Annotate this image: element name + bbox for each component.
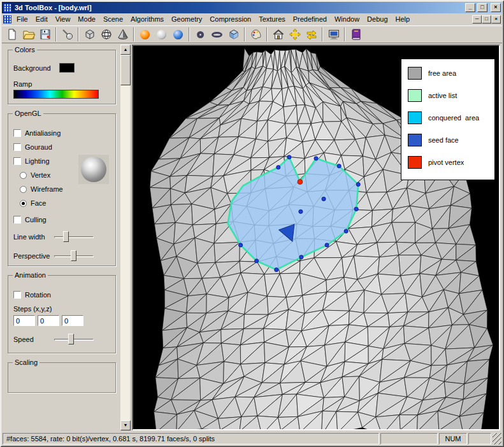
antialiasing-checkbox[interactable]: Antialiasing [13,129,110,137]
mdi-minimize-button[interactable]: ─ [472,15,482,24]
checkbox-box-icon [13,129,21,137]
menu-item-predefined[interactable]: Predefined [289,14,331,25]
status-info: #faces: 5584, rate: 0 bit(s)/vertex, 0.6… [3,433,379,444]
legend-item: conquered area [408,111,488,124]
vertex-label: Vertex [31,171,50,179]
home-button[interactable] [270,27,286,42]
legend-item: seed face [408,134,488,146]
resize-grip[interactable] [493,433,501,444]
scroll-down-icon[interactable]: ▼ [120,420,131,430]
shaded-sphere-icon [81,157,106,182]
legend-item: free area [408,67,488,80]
menu-item-help[interactable]: Help [392,14,414,25]
probe-icon [61,28,74,41]
sphere-gray-icon [157,30,166,39]
save-button[interactable] [37,27,53,42]
speed-slider[interactable] [54,334,94,345]
viewport-3d[interactable]: free area active list conquered area see… [132,45,500,430]
slider-thumb[interactable] [63,231,69,242]
culling-label: Culling [25,216,47,223]
slider-track [54,236,94,238]
menu-item-scene[interactable]: Scene [99,14,127,25]
title-bar[interactable]: 3d ToolBox - [body.wrl] _ □ × [2,2,502,13]
free-area-swatch [408,67,422,80]
culling-checkbox[interactable]: Culling [13,216,110,223]
wireframe-label: Wireframe [31,185,63,193]
menu-item-geometry[interactable]: Geometry [168,14,206,25]
perspective-slider[interactable] [54,250,94,262]
materials-button[interactable] [248,27,264,42]
colors-group: Colors Background Ramp [8,50,116,104]
swap-button[interactable] [303,27,319,42]
toolbar [2,25,502,43]
menu-item-debug[interactable]: Debug [363,14,391,25]
scrollbar-thumb[interactable] [120,55,131,85]
menu-item-textures[interactable]: Textures [255,14,289,25]
save-icon [39,28,52,41]
speed-label: Speed [13,336,54,343]
status-bar: #faces: 5584, rate: 0 bit(s)/vertex, 0.6… [2,432,502,445]
menu-item-mode[interactable]: Mode [74,14,99,25]
minimize-button[interactable]: _ [465,3,475,12]
materials-icon [250,28,263,41]
menu-item-algorithms[interactable]: Algorithms [127,14,168,25]
menu-item-compression[interactable]: Compression [206,14,255,25]
document-icon[interactable] [3,15,11,24]
pivot-vertex-swatch [408,156,422,169]
ramp-label: Ramp [13,80,110,88]
new-button[interactable] [4,27,20,42]
face-radio[interactable]: Face [20,199,110,207]
book-button[interactable] [348,27,364,42]
seed-face-swatch [408,134,422,146]
sphere-gray-button[interactable] [154,27,169,42]
menu-item-window[interactable]: Window [331,14,363,25]
torus-front-button[interactable] [192,27,208,42]
toolbar-separator [55,27,57,41]
toolbar-separator [344,27,345,41]
toolbar-separator [78,27,79,41]
screen-button[interactable] [326,27,342,42]
mdi-close-button[interactable]: × [491,15,501,24]
scaling-group-title: Scaling [13,358,40,366]
rotation-checkbox[interactable]: Rotation [13,291,110,299]
toolbar-separator [189,27,190,41]
cone-button[interactable] [115,27,131,42]
cone-icon [117,28,129,41]
gouraud-checkbox[interactable]: Gouraud [13,143,110,151]
open-icon [22,28,35,41]
sphere-orange-button[interactable] [137,27,153,42]
screen-icon [328,28,340,41]
steps-y-input[interactable] [38,315,59,326]
maximize-button[interactable]: □ [477,3,487,12]
probe-button[interactable] [59,27,75,42]
close-button[interactable]: × [491,3,501,12]
scroll-up-icon[interactable]: ▲ [120,45,131,55]
line-width-slider[interactable] [54,231,94,243]
steps-x-input[interactable] [13,315,35,326]
sphere-blue-button[interactable] [170,27,186,42]
open-button[interactable] [20,27,36,42]
menu-item-view[interactable]: View [52,14,75,25]
app-window: 3d ToolBox - [body.wrl] _ □ × FileEditVi… [0,0,504,447]
wireframe-radio[interactable]: Wireframe [20,185,110,193]
menu-item-edit[interactable]: Edit [32,14,52,25]
slider-thumb[interactable] [68,334,74,344]
sidebar-scrollbar[interactable]: ▲ ▼ [120,45,130,430]
slider-thumb[interactable] [71,250,76,261]
background-label: Background [13,64,53,72]
color-ramp[interactable] [13,90,99,99]
background-color-swatch[interactable] [59,63,75,73]
opengl-group: OpenGL Antialiasing Gouraud Lighting [8,113,116,266]
rotation-label: Rotation [25,291,51,299]
steps-z-input[interactable] [62,315,83,326]
move-button[interactable] [287,27,303,42]
wiresphere-button[interactable] [98,27,114,42]
torus-side-button[interactable] [209,27,225,42]
swap-icon [305,28,318,41]
lighting-preview [78,155,109,184]
menu-item-file[interactable]: File [13,14,32,25]
menu-bar: FileEditViewModeSceneAlgorithmsGeometryC… [2,13,502,25]
mdi-restore-button[interactable]: □ [482,15,491,24]
texture-cube-button[interactable] [226,27,241,42]
cube-button[interactable] [82,27,97,42]
